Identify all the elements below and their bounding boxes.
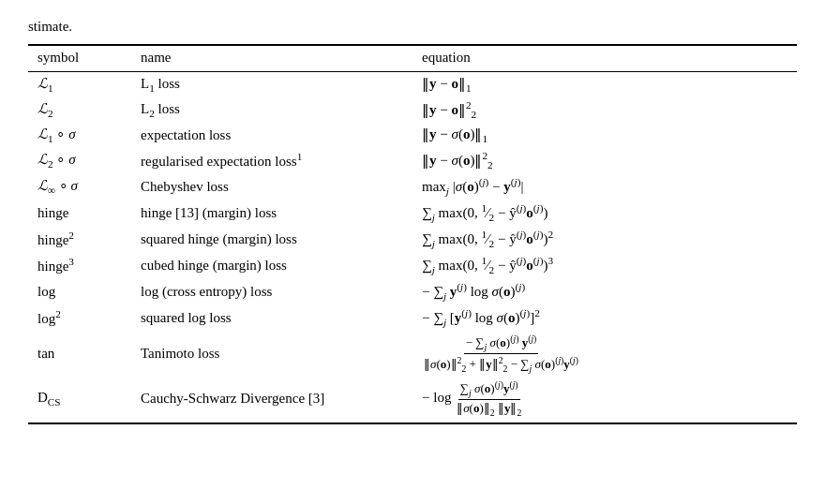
cell-equation: − log ∑j σ(o)(j)y(j) ‖σ(o)‖2 ‖y‖2: [412, 377, 797, 424]
cell-name: Chebyshev loss: [131, 173, 412, 200]
table-row: tanTanimoto loss − ∑j σ(o)(j) y(j) ‖σ(o)…: [28, 331, 797, 377]
eq-numerator: − ∑j σ(o)(j) y(j): [464, 334, 539, 354]
header-symbol: symbol: [28, 45, 131, 72]
cell-symbol: log: [28, 278, 131, 304]
cell-equation: − ∑j [y(j) log σ(o)(j)]2: [412, 304, 797, 331]
cell-symbol: tan: [28, 331, 131, 377]
eq-prefix: − log: [422, 390, 455, 405]
cell-equation: ∑j max(0, 1⁄2 − ŷ(j)o(j))2: [412, 226, 797, 252]
table-row: ℒ∞ ∘ σChebyshev lossmaxj |σ(o)(j) − y(j)…: [28, 173, 797, 200]
cell-symbol: hinge2: [28, 226, 131, 252]
intro-line: stimate.: [28, 19, 797, 35]
table-row: loglog (cross entropy) loss− ∑j y(j) log…: [28, 278, 797, 304]
cell-name: squared hinge (margin) loss: [131, 226, 412, 252]
cell-name: expectation loss: [131, 123, 412, 147]
eq-fraction: ∑j σ(o)(j)y(j) ‖σ(o)‖2 ‖y‖2: [455, 379, 523, 418]
loss-table: symbol name equation ℒ1L1 loss‖y − o‖1ℒ2…: [28, 44, 797, 424]
cell-name: Tanimoto loss: [131, 331, 412, 377]
cell-symbol: ℒ1 ∘ σ: [28, 123, 131, 147]
cell-equation: ∑j max(0, 1⁄2 − ŷ(j)o(j)): [412, 200, 797, 226]
cell-symbol: ℒ1: [28, 72, 131, 97]
cell-equation: − ∑j y(j) log σ(o)(j): [412, 278, 797, 304]
table-row: hinge3cubed hinge (margin) loss∑j max(0,…: [28, 252, 797, 278]
cell-equation: − ∑j σ(o)(j) y(j) ‖σ(o)‖22 + ‖y‖22 − ∑j …: [412, 331, 797, 377]
cell-name: log (cross entropy) loss: [131, 278, 412, 304]
eq-denominator: ‖σ(o)‖22 + ‖y‖22 − ∑j σ(o)(j)y(j): [422, 354, 580, 374]
cell-equation: ∑j max(0, 1⁄2 − ŷ(j)o(j))3: [412, 252, 797, 278]
header-name: name: [131, 45, 412, 72]
table-row: hingehinge [13] (margin) loss∑j max(0, 1…: [28, 200, 797, 226]
table-row: ℒ2L2 loss‖y − o‖22: [28, 96, 797, 123]
table-row: ℒ2 ∘ σregularised expectation loss1‖y − …: [28, 147, 797, 173]
cell-symbol: hinge3: [28, 252, 131, 278]
eq-numerator: ∑j σ(o)(j)y(j): [458, 379, 520, 400]
cell-name: cubed hinge (margin) loss: [131, 252, 412, 278]
cell-name: regularised expectation loss1: [131, 147, 412, 173]
eq-denominator: ‖σ(o)‖2 ‖y‖2: [455, 400, 523, 418]
cell-equation: maxj |σ(o)(j) − y(j)|: [412, 173, 797, 200]
cell-symbol: ℒ2 ∘ σ: [28, 147, 131, 173]
loss-table-wrapper: symbol name equation ℒ1L1 loss‖y − o‖1ℒ2…: [28, 44, 797, 424]
table-row: ℒ1L1 loss‖y − o‖1: [28, 72, 797, 97]
cell-equation: ‖y − σ(o)‖22: [412, 147, 797, 173]
cell-symbol: log2: [28, 304, 131, 331]
table-row: DCSCauchy-Schwarz Divergence [3]− log ∑j…: [28, 377, 797, 424]
cell-symbol: ℒ∞ ∘ σ: [28, 173, 131, 200]
cell-equation: ‖y − σ(o)‖1: [412, 123, 797, 147]
header-equation: equation: [412, 45, 797, 72]
eq-fraction: − ∑j σ(o)(j) y(j) ‖σ(o)‖22 + ‖y‖22 − ∑j …: [422, 334, 580, 374]
table-row: hinge2squared hinge (margin) loss∑j max(…: [28, 226, 797, 252]
cell-symbol: DCS: [28, 377, 131, 424]
cell-name: Cauchy-Schwarz Divergence [3]: [131, 377, 412, 424]
cell-symbol: ℒ2: [28, 96, 131, 123]
cell-name: L1 loss: [131, 72, 412, 97]
cell-symbol: hinge: [28, 200, 131, 226]
cell-name: squared log loss: [131, 304, 412, 331]
cell-equation: ‖y − o‖22: [412, 96, 797, 123]
cell-name: L2 loss: [131, 96, 412, 123]
cell-name: hinge [13] (margin) loss: [131, 200, 412, 226]
table-row: log2squared log loss− ∑j [y(j) log σ(o)(…: [28, 304, 797, 331]
cell-equation: ‖y − o‖1: [412, 72, 797, 97]
table-row: ℒ1 ∘ σexpectation loss‖y − σ(o)‖1: [28, 123, 797, 147]
